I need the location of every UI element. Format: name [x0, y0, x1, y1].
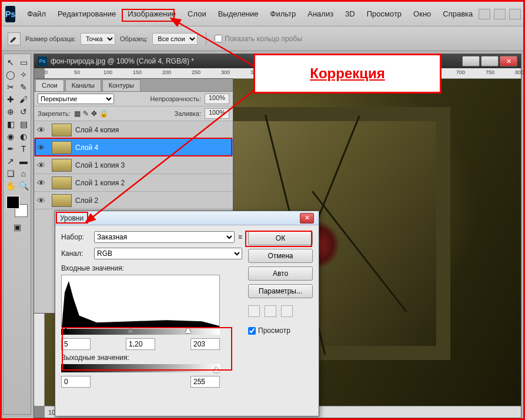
show-ring-checkbox[interactable]: Показать кольцо пробы — [215, 35, 302, 43]
dodge-tool-icon[interactable]: ◐ — [18, 131, 29, 142]
layer-thumb[interactable] — [52, 194, 72, 207]
arrange-button[interactable] — [494, 9, 506, 19]
blur-tool-icon[interactable]: ◉ — [5, 131, 16, 142]
gray-eyedropper-icon[interactable] — [265, 305, 276, 317]
output-slider[interactable] — [61, 364, 220, 372]
menu-edit[interactable]: Редактирование — [52, 8, 122, 20]
layer-row[interactable]: 👁 Слой 2 — [34, 192, 233, 209]
hand-tool-icon[interactable]: ✋ — [5, 180, 16, 192]
opacity-value[interactable]: 100% — [205, 94, 229, 104]
menu-layers[interactable]: Слои — [182, 8, 212, 20]
quickmask-icon[interactable]: ▣ — [11, 221, 23, 233]
foreground-swatch[interactable] — [6, 196, 19, 209]
menu-window[interactable]: Окно — [407, 8, 437, 20]
gamma-input[interactable] — [126, 338, 155, 350]
show-ring-input[interactable] — [215, 35, 222, 42]
dialog-close-icon[interactable]: ✕ — [300, 213, 314, 224]
histogram[interactable] — [61, 275, 220, 328]
move-tool-icon[interactable]: ↖ — [5, 56, 16, 68]
menu-3d[interactable]: 3D — [339, 8, 361, 20]
eyedropper-tool-icon[interactable]: ✎ — [18, 81, 29, 93]
heal-tool-icon[interactable]: ✚ — [5, 94, 16, 105]
layer-thumb[interactable] — [52, 141, 72, 154]
layer-thumb[interactable] — [52, 124, 72, 136]
eraser-tool-icon[interactable]: ◧ — [5, 118, 16, 130]
eye-icon[interactable]: 👁 — [34, 178, 48, 188]
preview-checkbox[interactable] — [248, 327, 256, 335]
layer-row[interactable]: 👁 Слой 4 — [34, 139, 233, 156]
sample-size-select[interactable]: Точка — [81, 33, 115, 45]
preset-menu-icon[interactable]: ≡ — [238, 233, 242, 241]
highlight-input[interactable] — [190, 338, 220, 350]
shape-tool-icon[interactable]: ▬ — [18, 155, 29, 167]
lock-all-icon[interactable]: 🔒 — [99, 109, 108, 118]
layer-row[interactable]: 👁 Слой 4 копия — [34, 121, 233, 139]
tab-channels[interactable]: Каналы — [65, 79, 101, 91]
tab-layers[interactable]: Слои — [35, 79, 64, 91]
dialog-titlebar[interactable]: Уровни ✕ — [55, 211, 319, 225]
eye-icon[interactable]: 👁 — [34, 161, 48, 170]
brush-tool-icon[interactable]: 🖌 — [18, 94, 29, 105]
fill-value[interactable]: 100% — [205, 108, 229, 119]
layer-name: Слой 4 копия — [75, 126, 119, 134]
blend-mode-select[interactable]: Перекрытие — [38, 94, 114, 104]
layer-row[interactable]: 👁 Слой 1 копия 3 — [34, 156, 233, 174]
layer-row[interactable]: 👁 Слой 1 копия 2 — [34, 174, 233, 192]
options-button[interactable]: Параметры... — [248, 284, 313, 298]
eye-icon[interactable]: 👁 — [34, 125, 48, 135]
channel-select[interactable]: RGB — [94, 248, 242, 259]
3d-cam-icon[interactable]: ⌂ — [18, 168, 29, 179]
close-button[interactable]: ✕ — [500, 56, 517, 66]
lock-paint-icon[interactable]: ✎ — [83, 109, 89, 118]
eyedropper-icon[interactable] — [8, 32, 21, 45]
shadow-slider-icon[interactable] — [63, 327, 69, 333]
lock-position-icon[interactable]: ✥ — [91, 109, 97, 118]
maximize-button[interactable]: ☐ — [481, 56, 499, 66]
auto-button[interactable]: Авто — [248, 266, 313, 281]
output-low-input[interactable] — [61, 376, 91, 388]
sample-from-select[interactable]: Все слои — [152, 33, 198, 45]
marquee-tool-icon[interactable]: ▭ — [18, 56, 29, 68]
input-slider[interactable] — [61, 329, 220, 335]
path-tool-icon[interactable]: ↗ — [5, 155, 16, 167]
layer-thumb[interactable] — [52, 159, 72, 172]
workspace-button[interactable] — [479, 9, 490, 19]
type-tool-icon[interactable]: T — [18, 143, 29, 155]
3d-tool-icon[interactable]: ❏ — [5, 168, 16, 179]
menu-image[interactable]: Изображение — [122, 8, 182, 20]
cancel-button[interactable]: Отмена — [248, 249, 313, 263]
eye-icon[interactable]: 👁 — [34, 143, 48, 152]
menu-help[interactable]: Справка — [437, 8, 479, 20]
pen-tool-icon[interactable]: ✒ — [5, 143, 16, 155]
menu-view[interactable]: Просмотр — [361, 8, 407, 20]
wand-tool-icon[interactable]: ✧ — [18, 69, 29, 81]
gradient-tool-icon[interactable]: ▤ — [18, 118, 29, 130]
white-eyedropper-icon[interactable] — [281, 305, 293, 317]
layer-thumb[interactable] — [52, 176, 72, 189]
gamma-slider-icon[interactable] — [128, 327, 133, 333]
tab-paths[interactable]: Контуры — [102, 79, 141, 91]
output-high-input[interactable] — [190, 376, 220, 388]
shadow-input[interactable] — [61, 338, 91, 350]
ok-button[interactable]: ОК — [248, 231, 313, 245]
crop-tool-icon[interactable]: ✂ — [5, 81, 16, 93]
screen-mode-button[interactable] — [509, 9, 521, 19]
lock-transparency-icon[interactable]: ▦ — [74, 109, 81, 118]
menu-select[interactable]: Выделение — [212, 8, 265, 20]
preset-select[interactable]: Заказная — [94, 231, 235, 243]
history-brush-icon[interactable]: ↺ — [18, 106, 29, 118]
zoom-tool-icon[interactable]: 🔍 — [18, 180, 29, 192]
minimize-button[interactable]: — — [462, 56, 480, 66]
lasso-tool-icon[interactable]: ◯ — [5, 69, 16, 81]
stamp-tool-icon[interactable]: ⊕ — [5, 106, 16, 118]
menu-analysis[interactable]: Анализ — [302, 8, 339, 20]
output-high-slider-icon[interactable] — [213, 366, 219, 372]
output-low-slider-icon[interactable] — [61, 366, 67, 372]
color-swatches[interactable] — [6, 196, 28, 217]
eye-icon[interactable]: 👁 — [34, 196, 48, 205]
highlight-slider-icon[interactable] — [185, 327, 191, 333]
black-eyedropper-icon[interactable] — [248, 305, 260, 317]
menu-file[interactable]: Файл — [21, 8, 52, 20]
lock-label: Закрепить: — [38, 110, 71, 117]
menu-filter[interactable]: Фильтр — [265, 8, 302, 20]
